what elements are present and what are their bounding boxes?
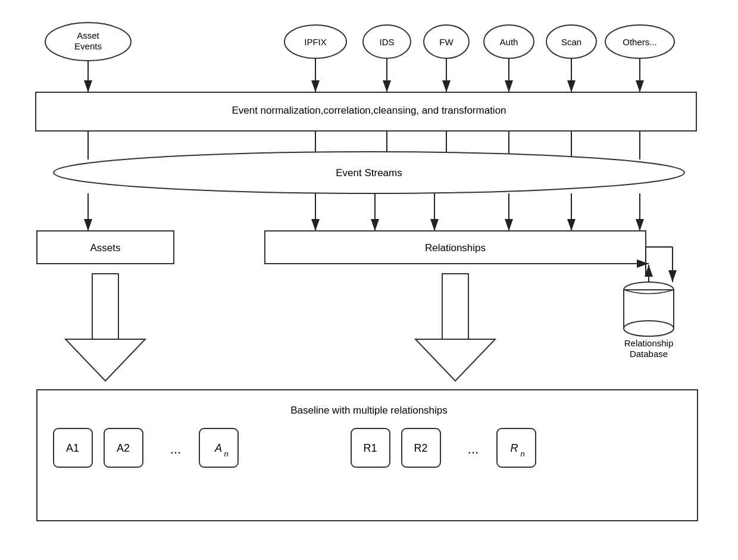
r1-label: R1 [363,442,377,454]
others-label: Others... [623,37,657,47]
asset-events-label: Asset [77,30,99,40]
a2-label: A2 [117,442,130,454]
a-dots-label: ... [170,442,181,456]
ipfix-label: IPFIX [304,37,327,47]
svg-point-41 [624,321,674,336]
r-dots-label: ... [468,442,479,456]
scan-label: Scan [561,37,581,47]
rn-subscript: n [520,449,524,458]
r2-label: R2 [414,442,427,454]
an-label: A [214,442,222,454]
a1-label: A1 [66,442,79,454]
relationships-label: Relationships [425,242,486,254]
asset-events-label2: Events [74,41,102,51]
baseline-label: Baseline with multiple relationships [290,405,448,416]
svg-marker-38 [415,339,495,381]
svg-rect-37 [442,274,468,339]
assets-label: Assets [90,242,120,254]
auth-label: Auth [500,37,518,47]
normalization-label: Event normalization,correlation,cleansin… [232,105,506,116]
svg-marker-36 [65,339,145,381]
fw-label: FW [439,37,454,47]
rel-db-label1: Relationship [624,338,674,348]
rel-db-label2: Database [630,349,668,359]
ids-label: IDS [379,37,394,47]
diagram-container: Asset Events IPFIX IDS FW Auth Scan Othe… [0,0,738,560]
svg-rect-35 [92,274,118,339]
event-streams-label: Event Streams [336,167,402,179]
an-subscript: n [224,449,228,458]
rn-label: R [511,442,518,454]
